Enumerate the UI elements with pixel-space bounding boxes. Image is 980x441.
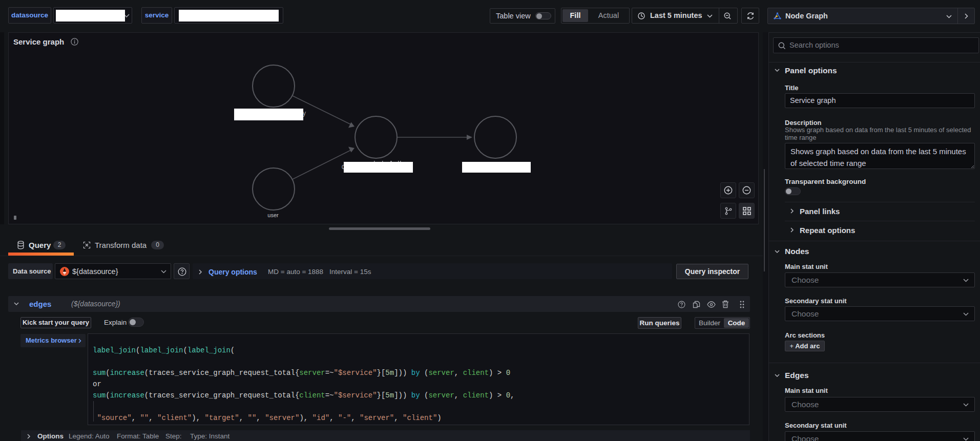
svg-text:user: user <box>267 212 279 218</box>
